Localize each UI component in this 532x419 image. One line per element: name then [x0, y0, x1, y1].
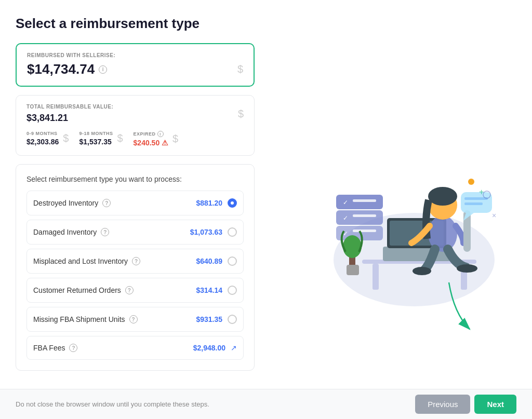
reimbursed-value: $14,734.74 i	[27, 61, 107, 77]
item-misplaced-info-icon[interactable]: ?	[132, 257, 140, 265]
arrow-to-next	[413, 277, 485, 340]
month-9-18: 9-18 MONTHS $1,537.35 $	[79, 131, 123, 146]
item-missing-fba-radio[interactable]	[228, 315, 237, 324]
expired-warning-icon: ⚠	[162, 139, 168, 147]
item-misplaced-amount: $640.89	[196, 257, 222, 265]
item-destroyed-radio[interactable]	[228, 198, 237, 208]
arrow-to-radio	[525, 187, 532, 228]
item-destroyed-amount: $881.20	[196, 199, 222, 207]
item-fba-fees-info-icon[interactable]: ?	[69, 344, 77, 352]
item-fba-fees-external-icon[interactable]: ↗	[231, 344, 237, 352]
svg-rect-17	[353, 214, 376, 217]
item-destroyed-info-icon[interactable]: ?	[102, 199, 111, 207]
page-title: Select a reimbursement type	[16, 16, 281, 32]
select-reimbursement-card: Select reimbursement type you want to pr…	[16, 164, 255, 371]
select-card-title: Select reimbursement type you want to pr…	[26, 175, 244, 183]
item-damaged-info-icon[interactable]: ?	[101, 228, 109, 236]
month-0-9-value: $2,303.86	[26, 138, 59, 146]
item-destroyed-inventory[interactable]: Destroyed Inventory ? $881.20	[26, 191, 244, 215]
month-9-18-label: 9-18 MONTHS	[79, 131, 113, 136]
item-fba-fees-label: FBA Fees	[33, 344, 65, 352]
item-fba-fees[interactable]: FBA Fees ? $2,948.00 ↗	[26, 336, 244, 360]
month-0-9: 0-9 MONTHS $2,303.86 $	[26, 131, 69, 146]
svg-rect-30	[464, 202, 483, 205]
footer-buttons: Previous Next	[415, 395, 516, 414]
item-customer-returned-radio[interactable]	[228, 286, 237, 295]
reimbursed-value-row: $14,734.74 i $	[27, 61, 243, 77]
svg-rect-16	[353, 199, 376, 202]
reimbursed-dollar-icon: $	[237, 63, 243, 75]
svg-rect-5	[373, 264, 379, 290]
month-expired-label: EXPIRED i	[134, 131, 169, 137]
reimbursable-dollar-icon: $	[238, 108, 244, 120]
svg-point-23	[457, 264, 477, 273]
reimbursed-label: REIMBURSED WITH SELLERISE:	[27, 52, 243, 58]
item-misplaced-radio[interactable]	[228, 256, 237, 266]
item-fba-fees-amount: $2,948.00	[193, 344, 225, 352]
item-customer-returned-label: Customer Returned Orders	[33, 286, 121, 294]
svg-point-26	[343, 235, 362, 258]
month-9-18-dollar: $	[117, 132, 123, 144]
item-customer-returned-amount: $314.14	[196, 286, 222, 294]
item-damaged-inventory[interactable]: Damaged Inventory ? $1,073.63	[26, 220, 244, 245]
item-damaged-label: Damaged Inventory	[33, 228, 97, 236]
footer-warning-text: Do not close the browser window until yo…	[16, 400, 209, 408]
svg-text:✓: ✓	[343, 199, 348, 206]
svg-point-31	[468, 179, 474, 185]
month-0-9-dollar: $	[63, 132, 69, 144]
reimbursed-info-icon[interactable]: i	[99, 65, 107, 74]
reimbursable-main-row: TOTAL REIMBURSABLE VALUE: $3,841.21 $	[26, 104, 244, 124]
item-misplaced-inventory[interactable]: Misplaced and Lost Inventory ? $640.89	[26, 249, 244, 274]
month-expired-value: $240.50 ⚠	[134, 139, 169, 147]
left-panel: Select a reimbursement type REIMBURSED W…	[16, 16, 281, 379]
svg-text:×: ×	[492, 211, 496, 220]
item-missing-fba-amount: $931.35	[196, 315, 222, 323]
item-misplaced-label: Misplaced and Lost Inventory	[33, 257, 128, 265]
svg-point-22	[413, 267, 431, 275]
svg-point-21	[428, 187, 457, 206]
item-damaged-radio[interactable]	[228, 227, 237, 237]
expired-info-icon[interactable]: i	[157, 131, 164, 137]
svg-rect-27	[347, 265, 359, 275]
item-customer-returned[interactable]: Customer Returned Orders ? $314.14	[26, 278, 244, 303]
item-customer-returned-info-icon[interactable]: ?	[125, 286, 134, 294]
month-expired-dollar: $	[172, 133, 178, 145]
month-expired: EXPIRED i $240.50 ⚠ $	[134, 131, 179, 147]
item-missing-fba-info-icon[interactable]: ?	[129, 315, 138, 323]
previous-button[interactable]: Previous	[415, 395, 470, 414]
reimbursable-value: $3,841.21	[26, 113, 113, 124]
reimbursable-label: TOTAL REIMBURSABLE VALUE:	[26, 104, 113, 110]
months-row: 0-9 MONTHS $2,303.86 $ 9-18 MONTHS $1,53…	[26, 131, 244, 147]
item-destroyed-label: Destroyed Inventory	[33, 199, 98, 207]
main-content: Select a reimbursement type REIMBURSED W…	[0, 0, 532, 389]
right-panel: ✓ ✓ ✓	[291, 16, 516, 379]
footer: Do not close the browser window until yo…	[0, 389, 532, 419]
page-container: Select a reimbursement type REIMBURSED W…	[0, 0, 532, 419]
item-missing-fba-label: Missing FBA Shipment Units	[33, 315, 125, 323]
svg-text:✓: ✓	[343, 214, 348, 222]
next-button[interactable]: Next	[474, 395, 516, 414]
reimbursable-card: TOTAL REIMBURSABLE VALUE: $3,841.21 $ 0-…	[16, 95, 255, 156]
item-missing-fba[interactable]: Missing FBA Shipment Units ? $931.35	[26, 307, 244, 332]
month-9-18-value: $1,537.35	[79, 138, 113, 146]
month-0-9-label: 0-9 MONTHS	[26, 131, 59, 136]
svg-rect-18	[353, 229, 376, 232]
reimbursed-card: REIMBURSED WITH SELLERISE: $14,734.74 i …	[16, 43, 255, 87]
item-damaged-amount: $1,073.63	[190, 228, 222, 236]
